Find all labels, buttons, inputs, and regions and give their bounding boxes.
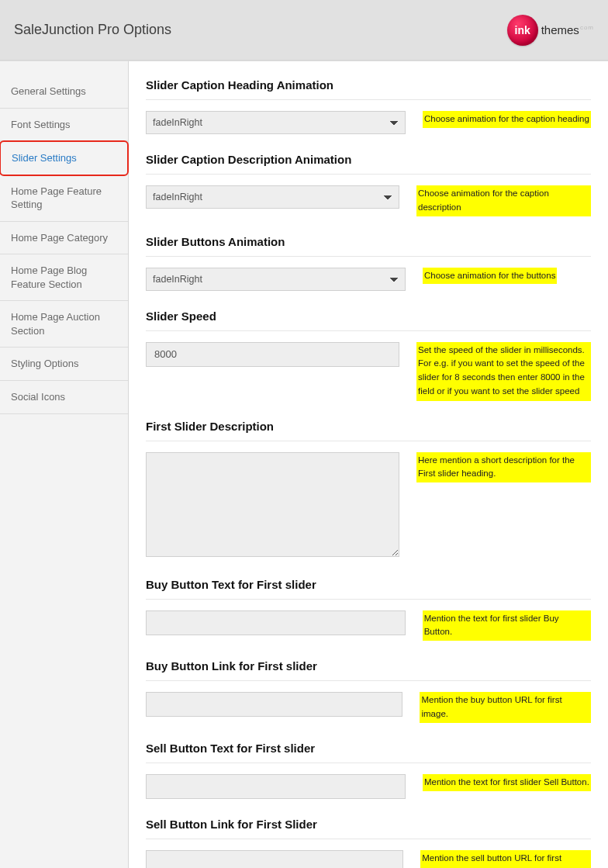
help-text: Set the speed of the slider in milliseco…: [416, 342, 591, 401]
section-title: Buy Button Link for First slider: [146, 659, 591, 681]
sidebar: General Settings Font Settings Slider Se…: [0, 61, 129, 868]
section-caption-heading-animation: Slider Caption Heading Animation fadeInR…: [146, 78, 591, 134]
sidebar-item-auction[interactable]: Home Page Auction Section: [0, 301, 128, 348]
main-content: Slider Caption Heading Animation fadeInR…: [129, 61, 608, 868]
buttons-anim-select[interactable]: fadeInRight: [146, 268, 406, 291]
sidebar-item-feature[interactable]: Home Page Feature Setting: [0, 175, 128, 222]
help-text: Choose animation for the buttons: [423, 268, 557, 285]
first-desc-textarea[interactable]: [146, 452, 399, 557]
section-title: Slider Caption Heading Animation: [146, 78, 591, 100]
help-text: Here mention a short description for the…: [416, 452, 591, 483]
section-title: Slider Buttons Animation: [146, 235, 591, 257]
help-text: Mention the text for first slider Sell B…: [423, 774, 591, 791]
help-text: Choose animation for the caption heading: [423, 111, 591, 128]
help-text: Mention the sell button URL for first im…: [420, 850, 591, 868]
page-title: SaleJunction Pro Options: [14, 22, 171, 38]
section-first-slider-description: First Slider Description Here mention a …: [146, 420, 591, 559]
section-buy-button-text: Buy Button Text for First slider Mention…: [146, 578, 591, 641]
section-buy-button-link: Buy Button Link for First slider Mention…: [146, 659, 591, 723]
section-title: Slider Speed: [146, 310, 591, 331]
help-text: Choose animation for the caption descrip…: [416, 185, 591, 216]
section-title: Slider Caption Description Animation: [146, 153, 591, 175]
slider-speed-input[interactable]: [146, 342, 399, 367]
section-buttons-animation: Slider Buttons Animation fadeInRight Cho…: [146, 235, 591, 291]
sidebar-item-social[interactable]: Social Icons: [0, 381, 128, 414]
buy-text-input[interactable]: [146, 610, 406, 635]
sidebar-item-category[interactable]: Home Page Category: [0, 222, 128, 255]
help-text: Mention the buy button URL for first ima…: [420, 692, 591, 723]
sidebar-item-slider[interactable]: Slider Settings: [0, 140, 129, 176]
sidebar-item-general[interactable]: General Settings: [0, 75, 128, 109]
section-caption-description-animation: Slider Caption Description Animation fad…: [146, 153, 591, 216]
sidebar-item-blog[interactable]: Home Page Blog Feature Section: [0, 254, 128, 301]
section-title: First Slider Description: [146, 420, 591, 441]
sidebar-item-font[interactable]: Font Settings: [0, 109, 128, 142]
help-text: Mention the text for first slider Buy Bu…: [423, 610, 591, 641]
section-title: Buy Button Text for First slider: [146, 578, 591, 600]
caption-desc-select[interactable]: fadeInRight: [146, 185, 399, 209]
section-sell-button-link: Sell Button Link for First Slider Mentio…: [146, 818, 591, 868]
buy-link-input[interactable]: [146, 692, 402, 717]
section-sell-button-text: Sell Button Text for First slider Mentio…: [146, 742, 591, 799]
caption-heading-select[interactable]: fadeInRight: [146, 111, 406, 134]
sell-text-input[interactable]: [146, 774, 406, 799]
page-header: SaleJunction Pro Options ink themescom: [0, 0, 608, 61]
section-title: Sell Button Link for First Slider: [146, 818, 591, 839]
section-title: Sell Button Text for First slider: [146, 742, 591, 763]
section-slider-speed: Slider Speed Set the speed of the slider…: [146, 310, 591, 401]
brand-logo: ink themescom: [507, 15, 594, 46]
sell-link-input[interactable]: [146, 850, 403, 868]
logo-icon: ink: [507, 15, 538, 46]
sidebar-item-styling[interactable]: Styling Options: [0, 348, 128, 381]
